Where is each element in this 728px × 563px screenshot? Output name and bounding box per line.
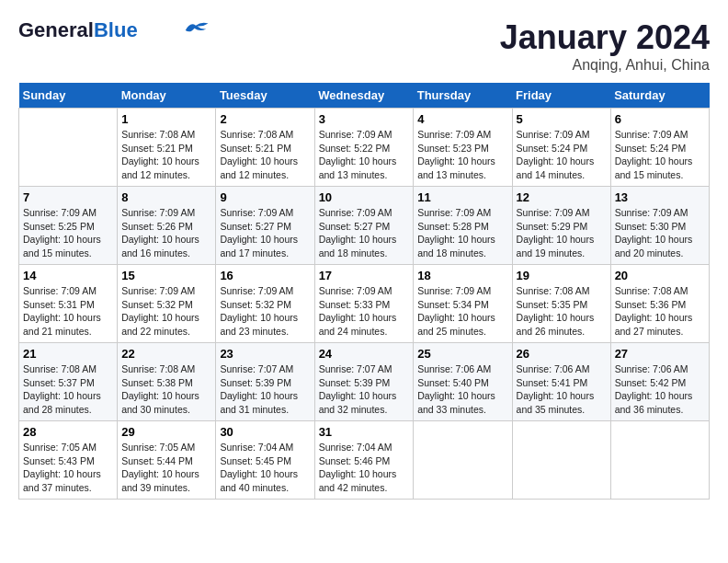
day-number: 25	[417, 347, 507, 361]
day-info: Sunrise: 7:08 AM Sunset: 5:35 PM Dayligh…	[517, 284, 607, 339]
day-number: 22	[121, 347, 211, 361]
day-number: 7	[23, 190, 113, 204]
day-number: 21	[23, 347, 113, 361]
day-header: Wednesday	[314, 83, 414, 109]
sunrise-label: Sunrise: 7:09 AM	[121, 207, 195, 218]
sunrise-label: Sunrise: 7:09 AM	[517, 129, 590, 140]
daylight-label: Daylight: 10 hours and 27 minutes.	[615, 312, 693, 337]
calendar-cell: 2 Sunrise: 7:08 AM Sunset: 5:21 PM Dayli…	[216, 109, 314, 187]
sunrise-label: Sunrise: 7:08 AM	[615, 285, 688, 296]
daylight-label: Daylight: 10 hours and 28 minutes.	[23, 390, 101, 415]
day-info: Sunrise: 7:06 AM Sunset: 5:42 PM Dayligh…	[615, 362, 705, 417]
logo: GeneralBlue	[18, 18, 210, 42]
day-number: 20	[615, 269, 705, 282]
calendar-cell: 8 Sunrise: 7:09 AM Sunset: 5:26 PM Dayli…	[118, 187, 216, 265]
day-info: Sunrise: 7:07 AM Sunset: 5:39 PM Dayligh…	[319, 362, 410, 417]
day-info: Sunrise: 7:09 AM Sunset: 5:30 PM Dayligh…	[615, 206, 705, 260]
sunrise-label: Sunrise: 7:09 AM	[23, 207, 97, 218]
day-info: Sunrise: 7:08 AM Sunset: 5:36 PM Dayligh…	[615, 284, 705, 339]
sunset-label: Sunset: 5:33 PM	[319, 299, 391, 310]
day-number: 6	[615, 112, 705, 126]
sunset-label: Sunset: 5:44 PM	[121, 455, 193, 466]
calendar-cell: 19 Sunrise: 7:08 AM Sunset: 5:35 PM Dayl…	[512, 265, 610, 343]
calendar-cell: 22 Sunrise: 7:08 AM Sunset: 5:38 PM Dayl…	[118, 343, 216, 421]
day-number: 13	[615, 190, 705, 204]
daylight-label: Daylight: 10 hours and 40 minutes.	[220, 468, 298, 493]
sunset-label: Sunset: 5:29 PM	[517, 221, 588, 232]
sunrise-label: Sunrise: 7:09 AM	[417, 129, 491, 140]
sunrise-label: Sunrise: 7:09 AM	[23, 285, 97, 296]
day-info: Sunrise: 7:09 AM Sunset: 5:34 PM Dayligh…	[417, 284, 507, 339]
day-info: Sunrise: 7:08 AM Sunset: 5:21 PM Dayligh…	[121, 128, 211, 182]
day-number: 11	[417, 190, 507, 204]
sunrise-label: Sunrise: 7:09 AM	[417, 285, 491, 296]
day-header: Monday	[118, 83, 216, 109]
sunrise-label: Sunrise: 7:09 AM	[615, 129, 688, 140]
calendar-table: SundayMondayTuesdayWednesdayThursdayFrid…	[18, 83, 710, 500]
sunrise-label: Sunrise: 7:07 AM	[220, 363, 293, 374]
sunset-label: Sunset: 5:27 PM	[220, 221, 291, 232]
calendar-cell	[19, 109, 118, 187]
daylight-label: Daylight: 10 hours and 36 minutes.	[615, 390, 693, 415]
calendar-cell	[414, 421, 512, 500]
daylight-label: Daylight: 10 hours and 18 minutes.	[319, 234, 397, 259]
day-info: Sunrise: 7:05 AM Sunset: 5:44 PM Dayligh…	[121, 441, 211, 495]
day-number: 14	[23, 269, 113, 282]
day-header: Tuesday	[216, 83, 314, 109]
day-info: Sunrise: 7:09 AM Sunset: 5:22 PM Dayligh…	[319, 128, 410, 182]
sunrise-label: Sunrise: 7:07 AM	[319, 363, 392, 374]
calendar-week-row: 21 Sunrise: 7:08 AM Sunset: 5:37 PM Dayl…	[19, 343, 710, 421]
calendar-cell: 1 Sunrise: 7:08 AM Sunset: 5:21 PM Dayli…	[118, 109, 216, 187]
day-info: Sunrise: 7:09 AM Sunset: 5:32 PM Dayligh…	[220, 284, 310, 339]
day-number: 3	[319, 112, 410, 126]
daylight-label: Daylight: 10 hours and 23 minutes.	[220, 312, 298, 337]
sunset-label: Sunset: 5:32 PM	[220, 299, 291, 310]
day-info: Sunrise: 7:09 AM Sunset: 5:24 PM Dayligh…	[517, 128, 607, 182]
daylight-label: Daylight: 10 hours and 37 minutes.	[23, 468, 101, 493]
calendar-cell	[512, 421, 610, 500]
daylight-label: Daylight: 10 hours and 15 minutes.	[615, 155, 693, 180]
sunrise-label: Sunrise: 7:08 AM	[517, 285, 590, 296]
sunset-label: Sunset: 5:34 PM	[417, 299, 489, 310]
calendar-header-row: SundayMondayTuesdayWednesdayThursdayFrid…	[19, 83, 710, 109]
sunrise-label: Sunrise: 7:09 AM	[319, 207, 392, 218]
sunrise-label: Sunrise: 7:09 AM	[220, 207, 293, 218]
sunset-label: Sunset: 5:40 PM	[417, 377, 489, 388]
day-info: Sunrise: 7:09 AM Sunset: 5:27 PM Dayligh…	[319, 206, 410, 260]
sunrise-label: Sunrise: 7:09 AM	[319, 129, 392, 140]
sunset-label: Sunset: 5:36 PM	[615, 299, 687, 310]
daylight-label: Daylight: 10 hours and 25 minutes.	[417, 312, 495, 337]
day-number: 28	[23, 425, 113, 439]
calendar-cell: 26 Sunrise: 7:06 AM Sunset: 5:41 PM Dayl…	[512, 343, 610, 421]
sunset-label: Sunset: 5:21 PM	[220, 143, 291, 154]
daylight-label: Daylight: 10 hours and 13 minutes.	[417, 155, 495, 180]
title-block: January 2024 Anqing, Anhui, China	[500, 18, 710, 74]
page-header: GeneralBlue January 2024 Anqing, Anhui, …	[18, 18, 710, 74]
daylight-label: Daylight: 10 hours and 17 minutes.	[220, 234, 298, 259]
day-info: Sunrise: 7:09 AM Sunset: 5:29 PM Dayligh…	[517, 206, 607, 260]
day-number: 23	[220, 347, 310, 361]
day-info: Sunrise: 7:09 AM Sunset: 5:24 PM Dayligh…	[615, 128, 705, 182]
calendar-cell: 23 Sunrise: 7:07 AM Sunset: 5:39 PM Dayl…	[216, 343, 314, 421]
sunset-label: Sunset: 5:32 PM	[121, 299, 193, 310]
calendar-cell: 20 Sunrise: 7:08 AM Sunset: 5:36 PM Dayl…	[610, 265, 709, 343]
day-info: Sunrise: 7:08 AM Sunset: 5:37 PM Dayligh…	[23, 362, 113, 417]
daylight-label: Daylight: 10 hours and 13 minutes.	[319, 155, 397, 180]
calendar-cell: 16 Sunrise: 7:09 AM Sunset: 5:32 PM Dayl…	[216, 265, 314, 343]
day-number: 19	[517, 269, 607, 282]
calendar-week-row: 1 Sunrise: 7:08 AM Sunset: 5:21 PM Dayli…	[19, 109, 710, 187]
sunrise-label: Sunrise: 7:09 AM	[417, 207, 491, 218]
sunrise-label: Sunrise: 7:04 AM	[220, 442, 293, 453]
day-number: 10	[319, 190, 410, 204]
day-header: Sunday	[19, 83, 118, 109]
sunrise-label: Sunrise: 7:09 AM	[615, 207, 688, 218]
day-info: Sunrise: 7:04 AM Sunset: 5:46 PM Dayligh…	[319, 441, 410, 495]
day-info: Sunrise: 7:09 AM Sunset: 5:31 PM Dayligh…	[23, 284, 113, 339]
calendar-cell: 21 Sunrise: 7:08 AM Sunset: 5:37 PM Dayl…	[19, 343, 118, 421]
calendar-cell: 10 Sunrise: 7:09 AM Sunset: 5:27 PM Dayl…	[314, 187, 414, 265]
day-info: Sunrise: 7:09 AM Sunset: 5:28 PM Dayligh…	[417, 206, 507, 260]
calendar-cell: 3 Sunrise: 7:09 AM Sunset: 5:22 PM Dayli…	[314, 109, 414, 187]
daylight-label: Daylight: 10 hours and 30 minutes.	[121, 390, 199, 415]
sunrise-label: Sunrise: 7:08 AM	[121, 363, 195, 374]
sunset-label: Sunset: 5:43 PM	[23, 455, 95, 466]
